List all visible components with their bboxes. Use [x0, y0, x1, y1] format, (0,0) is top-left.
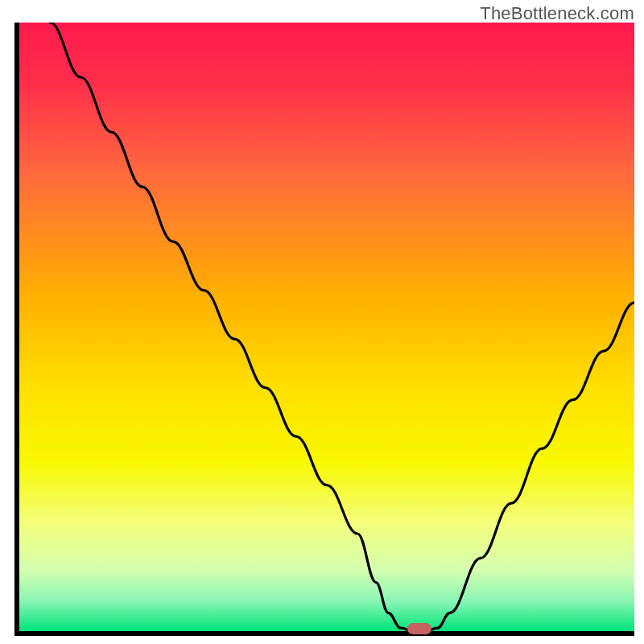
heat-gradient-background [19, 23, 634, 631]
optimal-point-marker [407, 623, 431, 634]
watermark-label: TheBottleneck.com [480, 3, 634, 24]
plot-area [14, 23, 634, 636]
chart-container: TheBottleneck.com [0, 0, 644, 644]
svg-rect-0 [19, 23, 634, 631]
